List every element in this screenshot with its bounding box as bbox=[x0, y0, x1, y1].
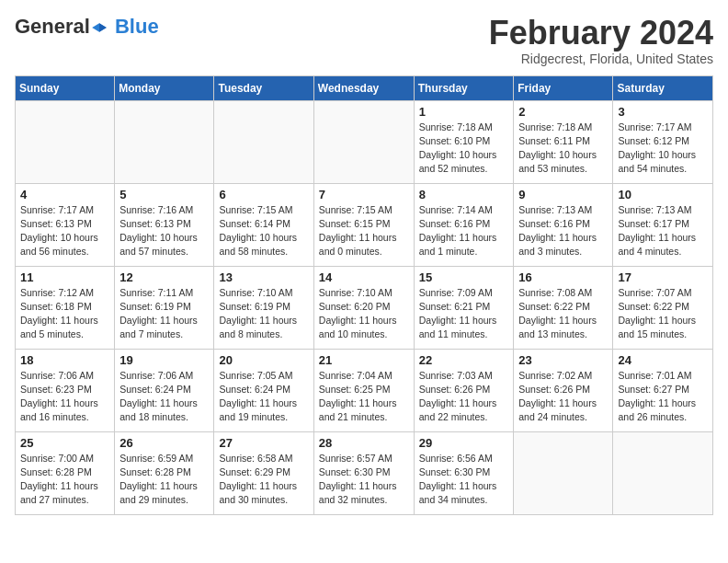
title-section: February 2024 Ridgecrest, Florida, Unite… bbox=[489, 15, 713, 66]
day-number: 23 bbox=[518, 353, 608, 367]
day-info: Sunrise: 7:10 AM Sunset: 6:19 PM Dayligh… bbox=[219, 286, 308, 342]
day-info: Sunrise: 7:08 AM Sunset: 6:22 PM Dayligh… bbox=[518, 286, 608, 342]
day-info: Sunrise: 7:02 AM Sunset: 6:26 PM Dayligh… bbox=[518, 369, 608, 425]
calendar-cell: 6Sunrise: 7:15 AM Sunset: 6:14 PM Daylig… bbox=[214, 183, 313, 266]
day-number: 25 bbox=[20, 436, 109, 450]
day-number: 9 bbox=[518, 188, 608, 201]
calendar-cell bbox=[613, 431, 713, 514]
day-info: Sunrise: 7:15 AM Sunset: 6:15 PM Dayligh… bbox=[319, 203, 409, 259]
svg-marker-1 bbox=[99, 23, 107, 32]
day-info: Sunrise: 7:03 AM Sunset: 6:26 PM Dayligh… bbox=[419, 369, 509, 425]
calendar-cell: 20Sunrise: 7:05 AM Sunset: 6:24 PM Dayli… bbox=[214, 349, 313, 431]
day-info: Sunrise: 7:06 AM Sunset: 6:24 PM Dayligh… bbox=[119, 369, 209, 425]
day-number: 22 bbox=[419, 353, 509, 367]
calendar-cell bbox=[214, 100, 313, 183]
calendar-cell: 18Sunrise: 7:06 AM Sunset: 6:23 PM Dayli… bbox=[16, 349, 115, 431]
calendar-cell: 11Sunrise: 7:12 AM Sunset: 6:18 PM Dayli… bbox=[16, 266, 115, 349]
logo-blue: Blue bbox=[115, 15, 159, 39]
calendar-table: SundayMondayTuesdayWednesdayThursdayFrid… bbox=[15, 75, 713, 515]
column-header-friday: Friday bbox=[514, 75, 613, 100]
calendar-cell: 15Sunrise: 7:09 AM Sunset: 6:21 PM Dayli… bbox=[414, 266, 514, 349]
day-info: Sunrise: 7:13 AM Sunset: 6:16 PM Dayligh… bbox=[518, 203, 608, 259]
day-number: 27 bbox=[219, 436, 308, 450]
day-number: 16 bbox=[518, 270, 608, 284]
day-number: 29 bbox=[419, 436, 509, 450]
day-info: Sunrise: 6:57 AM Sunset: 6:30 PM Dayligh… bbox=[319, 452, 409, 508]
day-number: 19 bbox=[119, 353, 209, 367]
calendar-cell: 1Sunrise: 7:18 AM Sunset: 6:10 PM Daylig… bbox=[414, 100, 514, 183]
day-info: Sunrise: 6:59 AM Sunset: 6:28 PM Dayligh… bbox=[119, 452, 209, 508]
day-number: 4 bbox=[20, 188, 109, 201]
day-info: Sunrise: 7:17 AM Sunset: 6:12 PM Dayligh… bbox=[618, 121, 708, 177]
calendar-cell bbox=[313, 100, 414, 183]
day-number: 26 bbox=[119, 436, 209, 450]
day-number: 13 bbox=[219, 270, 308, 284]
calendar-cell: 13Sunrise: 7:10 AM Sunset: 6:19 PM Dayli… bbox=[214, 266, 313, 349]
day-info: Sunrise: 7:18 AM Sunset: 6:10 PM Dayligh… bbox=[419, 121, 509, 177]
week-row-4: 18Sunrise: 7:06 AM Sunset: 6:23 PM Dayli… bbox=[16, 349, 713, 431]
day-number: 1 bbox=[419, 105, 509, 119]
calendar-cell: 17Sunrise: 7:07 AM Sunset: 6:22 PM Dayli… bbox=[613, 266, 713, 349]
day-number: 21 bbox=[319, 353, 409, 367]
day-number: 18 bbox=[20, 353, 109, 367]
day-info: Sunrise: 7:09 AM Sunset: 6:21 PM Dayligh… bbox=[419, 286, 509, 342]
day-number: 5 bbox=[119, 188, 209, 201]
calendar-cell: 5Sunrise: 7:16 AM Sunset: 6:13 PM Daylig… bbox=[115, 183, 214, 266]
calendar-cell: 7Sunrise: 7:15 AM Sunset: 6:15 PM Daylig… bbox=[313, 183, 414, 266]
calendar-cell bbox=[514, 431, 613, 514]
calendar-cell: 19Sunrise: 7:06 AM Sunset: 6:24 PM Dayli… bbox=[115, 349, 214, 431]
week-row-3: 11Sunrise: 7:12 AM Sunset: 6:18 PM Dayli… bbox=[16, 266, 713, 349]
logo: General Blue bbox=[15, 15, 159, 39]
day-number: 20 bbox=[219, 353, 308, 367]
day-info: Sunrise: 7:05 AM Sunset: 6:24 PM Dayligh… bbox=[219, 369, 308, 425]
day-number: 8 bbox=[419, 188, 509, 201]
calendar-cell: 23Sunrise: 7:02 AM Sunset: 6:26 PM Dayli… bbox=[514, 349, 613, 431]
calendar-cell: 12Sunrise: 7:11 AM Sunset: 6:19 PM Dayli… bbox=[115, 266, 214, 349]
day-number: 10 bbox=[618, 188, 708, 201]
day-info: Sunrise: 7:18 AM Sunset: 6:11 PM Dayligh… bbox=[518, 121, 608, 177]
day-info: Sunrise: 7:15 AM Sunset: 6:14 PM Dayligh… bbox=[219, 203, 308, 259]
calendar-cell: 10Sunrise: 7:13 AM Sunset: 6:17 PM Dayli… bbox=[613, 183, 713, 266]
day-info: Sunrise: 7:04 AM Sunset: 6:25 PM Dayligh… bbox=[319, 369, 409, 425]
day-number: 14 bbox=[319, 270, 409, 284]
day-info: Sunrise: 7:00 AM Sunset: 6:28 PM Dayligh… bbox=[20, 452, 109, 508]
calendar-cell bbox=[115, 100, 214, 183]
calendar-cell: 16Sunrise: 7:08 AM Sunset: 6:22 PM Dayli… bbox=[514, 266, 613, 349]
column-header-saturday: Saturday bbox=[613, 75, 713, 100]
day-info: Sunrise: 7:11 AM Sunset: 6:19 PM Dayligh… bbox=[119, 286, 209, 342]
calendar-header-row: SundayMondayTuesdayWednesdayThursdayFrid… bbox=[16, 75, 713, 100]
calendar-cell: 14Sunrise: 7:10 AM Sunset: 6:20 PM Dayli… bbox=[313, 266, 414, 349]
column-header-monday: Monday bbox=[115, 75, 214, 100]
calendar-cell: 29Sunrise: 6:56 AM Sunset: 6:30 PM Dayli… bbox=[414, 431, 514, 514]
page-header: General Blue February 2024 Ridgecrest, F… bbox=[15, 15, 713, 66]
calendar-cell: 3Sunrise: 7:17 AM Sunset: 6:12 PM Daylig… bbox=[613, 100, 713, 183]
day-number: 24 bbox=[618, 353, 708, 367]
day-info: Sunrise: 7:17 AM Sunset: 6:13 PM Dayligh… bbox=[20, 203, 109, 259]
calendar-cell: 4Sunrise: 7:17 AM Sunset: 6:13 PM Daylig… bbox=[16, 183, 115, 266]
day-number: 17 bbox=[618, 270, 708, 284]
day-info: Sunrise: 7:10 AM Sunset: 6:20 PM Dayligh… bbox=[319, 286, 409, 342]
day-info: Sunrise: 7:01 AM Sunset: 6:27 PM Dayligh… bbox=[618, 369, 708, 425]
calendar-cell: 21Sunrise: 7:04 AM Sunset: 6:25 PM Dayli… bbox=[313, 349, 414, 431]
day-info: Sunrise: 7:16 AM Sunset: 6:13 PM Dayligh… bbox=[119, 203, 209, 259]
day-info: Sunrise: 7:12 AM Sunset: 6:18 PM Dayligh… bbox=[20, 286, 109, 342]
day-number: 3 bbox=[618, 105, 708, 119]
column-header-tuesday: Tuesday bbox=[214, 75, 313, 100]
calendar-cell: 25Sunrise: 7:00 AM Sunset: 6:28 PM Dayli… bbox=[16, 431, 115, 514]
month-title: February 2024 bbox=[489, 15, 713, 52]
day-number: 12 bbox=[119, 270, 209, 284]
day-number: 15 bbox=[419, 270, 509, 284]
week-row-2: 4Sunrise: 7:17 AM Sunset: 6:13 PM Daylig… bbox=[16, 183, 713, 266]
calendar-cell: 24Sunrise: 7:01 AM Sunset: 6:27 PM Dayli… bbox=[613, 349, 713, 431]
day-number: 2 bbox=[518, 105, 608, 119]
logo-general: General bbox=[15, 15, 108, 39]
day-number: 11 bbox=[20, 270, 109, 284]
calendar-cell: 26Sunrise: 6:59 AM Sunset: 6:28 PM Dayli… bbox=[115, 431, 214, 514]
calendar-cell: 9Sunrise: 7:13 AM Sunset: 6:16 PM Daylig… bbox=[514, 183, 613, 266]
column-header-sunday: Sunday bbox=[16, 75, 115, 100]
week-row-1: 1Sunrise: 7:18 AM Sunset: 6:10 PM Daylig… bbox=[16, 100, 713, 183]
day-info: Sunrise: 7:13 AM Sunset: 6:17 PM Dayligh… bbox=[618, 203, 708, 259]
location: Ridgecrest, Florida, United States bbox=[489, 52, 713, 66]
calendar-cell: 2Sunrise: 7:18 AM Sunset: 6:11 PM Daylig… bbox=[514, 100, 613, 183]
day-info: Sunrise: 7:14 AM Sunset: 6:16 PM Dayligh… bbox=[419, 203, 509, 259]
